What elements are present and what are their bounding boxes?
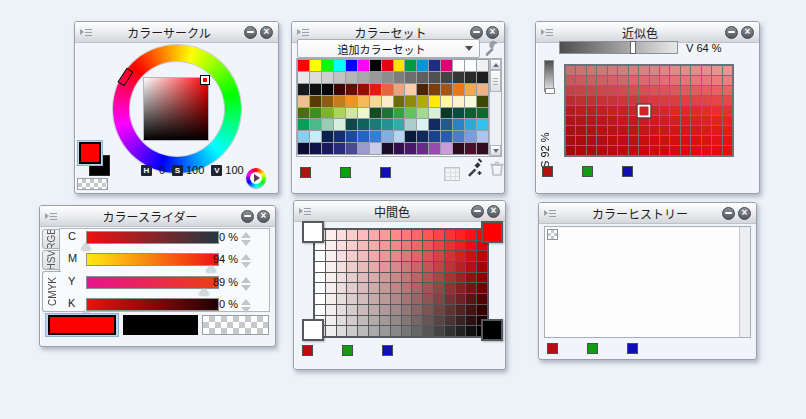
similar-color-cell[interactable] bbox=[597, 66, 606, 75]
color-swatch[interactable] bbox=[298, 119, 309, 130]
similar-color-cell[interactable] bbox=[597, 146, 606, 155]
intermediate-color-cell[interactable] bbox=[391, 283, 401, 293]
color-swatch[interactable] bbox=[310, 60, 321, 71]
intermediate-color-cell[interactable] bbox=[423, 326, 433, 336]
color-swatch[interactable] bbox=[465, 131, 476, 142]
similar-color-cell[interactable] bbox=[650, 116, 659, 125]
similar-color-cell[interactable] bbox=[576, 116, 585, 125]
intermediate-color-cell[interactable] bbox=[380, 294, 390, 304]
color-swatch[interactable] bbox=[322, 84, 333, 95]
similar-color-cell[interactable] bbox=[576, 76, 585, 85]
intermediate-color-cell[interactable] bbox=[477, 273, 487, 283]
intermediate-color-cell[interactable] bbox=[337, 262, 347, 272]
color-swatch[interactable] bbox=[441, 96, 452, 107]
color-swatch[interactable] bbox=[370, 84, 381, 95]
color-swatch[interactable] bbox=[453, 119, 464, 130]
scroll-down-button[interactable] bbox=[490, 145, 501, 156]
color-swatch[interactable] bbox=[310, 72, 321, 83]
color-swatch[interactable] bbox=[477, 96, 488, 107]
similar-color-cell[interactable] bbox=[576, 66, 585, 75]
color-swatch[interactable] bbox=[382, 60, 393, 71]
similar-color-cell[interactable] bbox=[629, 136, 638, 145]
similar-color-cell[interactable] bbox=[702, 66, 711, 75]
intermediate-color-cell[interactable] bbox=[466, 241, 476, 251]
color-swatch[interactable] bbox=[394, 60, 405, 71]
intermediate-color-cell[interactable] bbox=[402, 316, 412, 326]
foreground-color-swatch[interactable] bbox=[77, 140, 103, 166]
similar-color-cell[interactable] bbox=[723, 136, 732, 145]
intermediate-color-cell[interactable] bbox=[358, 305, 368, 315]
similar-color-cell[interactable] bbox=[712, 146, 721, 155]
color-swatch[interactable] bbox=[477, 72, 488, 83]
blue-chip[interactable] bbox=[380, 167, 391, 178]
intermediate-color-cell[interactable] bbox=[402, 262, 412, 272]
similar-color-cell[interactable] bbox=[576, 106, 585, 115]
color-swatch[interactable] bbox=[405, 96, 416, 107]
intermediate-color-cell[interactable] bbox=[358, 326, 368, 336]
intermediate-color-cell[interactable] bbox=[347, 230, 357, 240]
intermediate-color-cell[interactable] bbox=[369, 273, 379, 283]
similar-color-cell[interactable] bbox=[712, 126, 721, 135]
color-swatch[interactable] bbox=[346, 72, 357, 83]
color-swatch[interactable] bbox=[417, 131, 428, 142]
similar-color-cell[interactable] bbox=[681, 146, 690, 155]
color-swatch[interactable] bbox=[405, 72, 416, 83]
color-swatch[interactable] bbox=[298, 96, 309, 107]
background-color-swatch[interactable] bbox=[123, 315, 198, 335]
intermediate-color-cell[interactable] bbox=[412, 316, 422, 326]
color-swatch[interactable] bbox=[453, 84, 464, 95]
intermediate-color-cell[interactable] bbox=[315, 262, 325, 272]
intermediate-color-cell[interactable] bbox=[466, 251, 476, 261]
color-swatch[interactable] bbox=[477, 119, 488, 130]
similar-color-cell[interactable] bbox=[702, 86, 711, 95]
intermediate-color-cell[interactable] bbox=[402, 230, 412, 240]
similar-color-cell[interactable] bbox=[702, 146, 711, 155]
scrollbar[interactable] bbox=[489, 59, 501, 156]
intermediate-color-cell[interactable] bbox=[456, 262, 466, 272]
similar-color-cell[interactable] bbox=[723, 76, 732, 85]
color-swatch[interactable] bbox=[370, 96, 381, 107]
eyedropper-add-icon[interactable] bbox=[466, 158, 483, 181]
intermediate-color-cell[interactable] bbox=[466, 305, 476, 315]
transparent-color-swatch[interactable] bbox=[202, 315, 269, 335]
intermediate-color-cell[interactable] bbox=[402, 305, 412, 315]
intermediate-color-cell[interactable] bbox=[391, 294, 401, 304]
similar-color-cell[interactable] bbox=[618, 86, 627, 95]
similar-color-cell[interactable] bbox=[702, 96, 711, 105]
panel-menu-icon[interactable] bbox=[297, 27, 311, 37]
similar-color-cell[interactable] bbox=[691, 116, 700, 125]
intermediate-color-cell[interactable] bbox=[434, 294, 444, 304]
similar-color-cell[interactable] bbox=[618, 136, 627, 145]
color-swatch[interactable] bbox=[453, 131, 464, 142]
color-swatch[interactable] bbox=[322, 108, 333, 119]
intermediate-color-cell[interactable] bbox=[434, 305, 444, 315]
close-button[interactable]: × bbox=[487, 205, 500, 218]
intermediate-color-cell[interactable] bbox=[337, 241, 347, 251]
color-swatch[interactable] bbox=[382, 143, 393, 154]
spin-down-icon[interactable] bbox=[241, 307, 251, 313]
red-chip[interactable] bbox=[547, 343, 558, 354]
similar-color-cell[interactable] bbox=[566, 126, 575, 135]
color-swatch[interactable] bbox=[429, 131, 440, 142]
color-swatch[interactable] bbox=[441, 84, 452, 95]
intermediate-color-cell[interactable] bbox=[412, 262, 422, 272]
close-button[interactable]: × bbox=[257, 210, 270, 223]
similar-color-cell[interactable] bbox=[608, 116, 617, 125]
color-swatch[interactable] bbox=[382, 108, 393, 119]
scroll-up-button[interactable] bbox=[490, 59, 501, 70]
intermediate-color-cell[interactable] bbox=[369, 241, 379, 251]
similar-color-cell[interactable] bbox=[608, 136, 617, 145]
color-swatch[interactable] bbox=[477, 143, 488, 154]
similar-color-cell[interactable] bbox=[702, 136, 711, 145]
intermediate-color-cell[interactable] bbox=[380, 251, 390, 261]
similar-color-cell[interactable] bbox=[587, 136, 596, 145]
intermediate-color-cell[interactable] bbox=[423, 241, 433, 251]
color-swatch[interactable] bbox=[382, 131, 393, 142]
tab-rgb[interactable]: RGB bbox=[42, 229, 60, 249]
spin-down-icon[interactable] bbox=[241, 262, 251, 268]
saturation-value-marker[interactable] bbox=[200, 75, 210, 85]
color-swatch[interactable] bbox=[394, 96, 405, 107]
color-swatch[interactable] bbox=[465, 72, 476, 83]
intermediate-color-cell[interactable] bbox=[326, 316, 336, 326]
similar-color-cell[interactable] bbox=[702, 116, 711, 125]
